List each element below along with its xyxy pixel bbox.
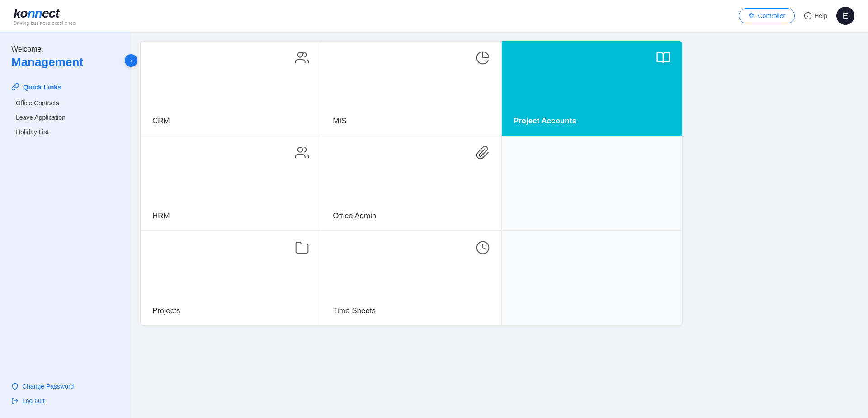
folder-icon xyxy=(295,240,309,257)
sidebar-item-holiday-list[interactable]: Holiday List xyxy=(11,128,120,136)
logo-subtitle: Driving business excellence xyxy=(14,21,75,26)
svg-point-7 xyxy=(298,147,303,152)
controller-button[interactable]: Controller xyxy=(739,8,795,23)
module-label-projects: Projects xyxy=(152,306,309,315)
help-button[interactable]: Help xyxy=(804,12,827,20)
quick-links-list: Office Contacts Leave Application Holida… xyxy=(11,99,120,136)
logo: konnect Driving business excellence xyxy=(14,6,75,26)
module-card-hrm[interactable]: HRM xyxy=(141,136,321,231)
module-card-projects[interactable]: Projects xyxy=(141,231,321,326)
sidebar-item-leave-application[interactable]: Leave Application xyxy=(11,113,120,122)
module-card-empty2 xyxy=(502,231,682,326)
logo-title: konnect xyxy=(14,6,75,21)
module-card-timesheets[interactable]: Time Sheets xyxy=(321,231,501,326)
module-card-crm[interactable]: CRM xyxy=(141,41,321,136)
command-icon xyxy=(748,12,755,19)
book-icon xyxy=(656,51,670,67)
sidebar-bottom: Change Password Log Out xyxy=(11,383,120,404)
change-password-link[interactable]: Change Password xyxy=(11,383,120,390)
crm-icon xyxy=(295,51,309,67)
module-card-mis[interactable]: MIS xyxy=(321,41,501,136)
module-card-project-accounts[interactable]: Project Accounts xyxy=(502,41,682,136)
clock-icon xyxy=(476,240,490,257)
main-layout: ‹ Welcome, Management Quick Links Office… xyxy=(0,32,868,418)
module-label-crm: CRM xyxy=(152,117,309,126)
modules-grid: CRM MIS Project Accounts xyxy=(140,41,683,326)
logout-icon xyxy=(11,397,19,404)
logout-link[interactable]: Log Out xyxy=(11,397,120,404)
sidebar: ‹ Welcome, Management Quick Links Office… xyxy=(0,32,131,418)
welcome-name: Management xyxy=(11,55,120,69)
sidebar-item-office-contacts[interactable]: Office Contacts xyxy=(11,99,120,107)
avatar[interactable]: E xyxy=(836,7,854,25)
navbar: konnect Driving business excellence Cont… xyxy=(0,0,868,32)
link-icon xyxy=(11,83,19,91)
navbar-right: Controller Help E xyxy=(739,7,855,25)
mis-icon xyxy=(476,51,490,67)
main-content: CRM MIS Project Accounts xyxy=(131,32,868,418)
shield-icon xyxy=(11,383,19,390)
module-label-mis: MIS xyxy=(333,117,490,126)
module-label-project-accounts: Project Accounts xyxy=(514,117,670,126)
paperclip-icon xyxy=(476,146,490,162)
module-label-hrm: HRM xyxy=(152,211,309,221)
quick-links-header: Quick Links xyxy=(11,83,120,91)
module-card-empty1 xyxy=(502,136,682,231)
welcome-greeting: Welcome, xyxy=(11,45,120,53)
module-label-office-admin: Office Admin xyxy=(333,211,490,221)
sidebar-toggle[interactable]: ‹ xyxy=(125,54,137,67)
module-label-timesheets: Time Sheets xyxy=(333,306,490,315)
module-card-office-admin[interactable]: Office Admin xyxy=(321,136,501,231)
info-icon xyxy=(804,12,812,20)
hrm-icon xyxy=(295,146,309,162)
